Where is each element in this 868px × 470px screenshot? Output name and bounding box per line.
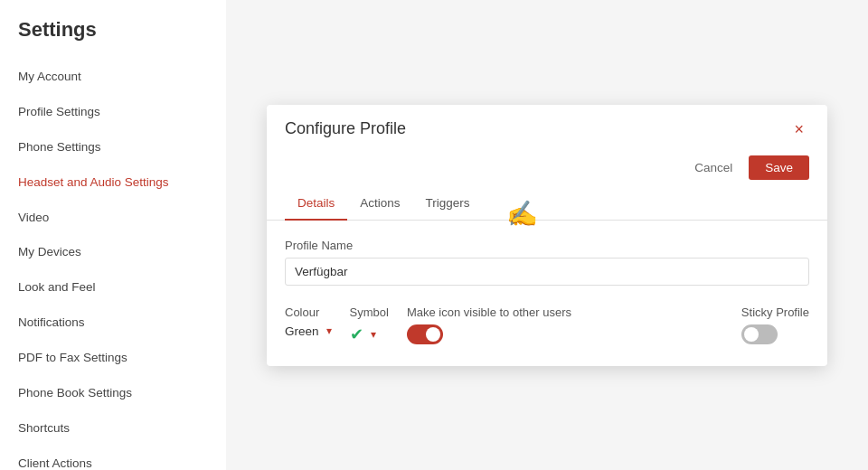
symbol-group: Symbol ✔ ▾ — [350, 306, 389, 344]
make-icon-slider — [407, 324, 443, 344]
tab-triggers[interactable]: Triggers — [413, 189, 483, 221]
modal-close-button[interactable]: × — [788, 119, 809, 139]
modal-title: Configure Profile — [285, 119, 406, 138]
symbol-check-icon: ✔ — [350, 324, 363, 344]
make-icon-toggle-switch[interactable] — [407, 324, 443, 344]
colour-text: Green — [285, 324, 319, 338]
tab-details[interactable]: Details — [285, 189, 347, 221]
sidebar-item-video[interactable]: Video — [0, 201, 226, 236]
sidebar-item-my-account[interactable]: My Account — [0, 60, 226, 95]
sidebar-item-phone-book[interactable]: Phone Book Settings — [0, 376, 226, 411]
modal-actions-bar: Cancel Save — [267, 150, 827, 189]
sidebar: Settings My Account Profile Settings Pho… — [0, 0, 226, 470]
sidebar-item-phone-settings[interactable]: Phone Settings — [0, 130, 226, 165]
tab-actions[interactable]: Actions — [347, 189, 412, 221]
colour-group: Colour Green ▾ — [285, 306, 332, 338]
sticky-group: Sticky Profile — [741, 306, 809, 344]
make-icon-label: Make icon visible to other users — [407, 306, 723, 319]
sticky-label: Sticky Profile — [741, 306, 809, 319]
cancel-button[interactable]: Cancel — [687, 156, 740, 179]
colour-chevron-icon: ▾ — [326, 324, 332, 337]
colour-value[interactable]: Green ▾ — [285, 324, 332, 338]
colour-label: Colour — [285, 306, 332, 319]
sidebar-item-shortcuts[interactable]: Shortcuts — [0, 411, 226, 446]
sidebar-item-pdf-to-fax[interactable]: PDF to Fax Settings — [0, 341, 226, 376]
modal-header: Configure Profile × — [267, 105, 827, 150]
fields-row: Colour Green ▾ Symbol ✔ ▾ — [285, 306, 809, 344]
modal-backdrop: Configure Profile × Cancel Save Details … — [226, 0, 868, 470]
profile-name-label: Profile Name — [285, 239, 809, 252]
modal-tabs: Details Actions Triggers — [267, 189, 827, 221]
modal-body: Profile Name Colour Green ▾ Symbol — [267, 221, 827, 366]
sticky-toggle — [741, 324, 809, 344]
sidebar-item-my-devices[interactable]: My Devices — [0, 235, 226, 270]
sidebar-item-client-actions[interactable]: Client Actions — [0, 446, 226, 470]
sidebar-item-headset-audio[interactable]: Headset and Audio Settings — [0, 165, 226, 201]
sidebar-item-notifications[interactable]: Notifications — [0, 306, 226, 341]
profile-name-input[interactable] — [285, 258, 809, 286]
sidebar-title: Settings — [0, 18, 226, 60]
save-button[interactable]: Save — [749, 155, 809, 180]
main-content: Configure Profile × Cancel Save Details … — [226, 0, 868, 470]
sidebar-item-profile-settings[interactable]: Profile Settings — [0, 95, 226, 130]
sidebar-item-look-and-feel[interactable]: Look and Feel — [0, 270, 226, 306]
make-icon-group: Make icon visible to other users — [407, 306, 723, 344]
make-icon-toggle — [407, 324, 723, 344]
symbol-label: Symbol — [350, 306, 389, 319]
configure-profile-modal: Configure Profile × Cancel Save Details … — [267, 105, 827, 366]
sticky-slider — [741, 324, 778, 344]
symbol-chevron-icon: ▾ — [371, 328, 376, 341]
symbol-value[interactable]: ✔ ▾ — [350, 324, 389, 344]
sticky-toggle-switch[interactable] — [741, 324, 778, 344]
